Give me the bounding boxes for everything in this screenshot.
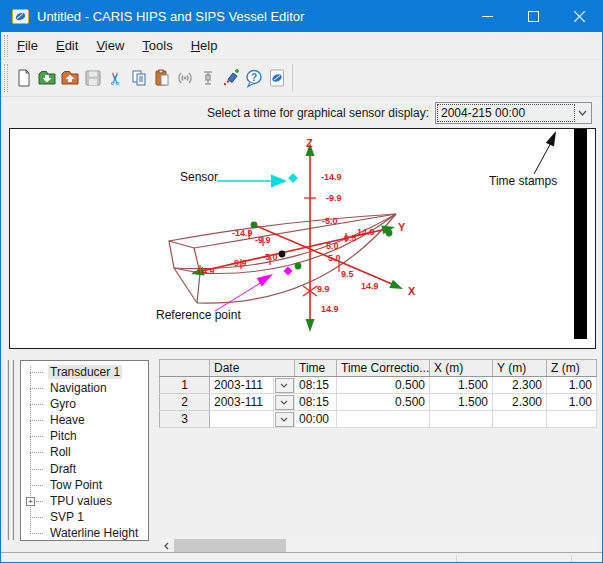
open-vessel-button[interactable]: [35, 64, 58, 92]
tree-item-label: Heave: [48, 413, 87, 427]
tree-item-label: Draft: [48, 462, 78, 476]
tree-item-label: Transducer 1: [48, 365, 122, 379]
sensor-tool-button[interactable]: [196, 64, 219, 92]
y-cell[interactable]: 2.300: [493, 377, 547, 394]
tree-item-navigation[interactable]: Navigation: [21, 380, 148, 396]
grid-header-row: Date Time Time Correctio... X (m) Y (m) …: [160, 360, 597, 377]
tree-item-tpu-values[interactable]: +TPU values: [21, 493, 148, 509]
paste-icon: [152, 68, 172, 88]
scroll-left-button[interactable]: [159, 539, 173, 552]
menu-item-edit[interactable]: Edit: [47, 32, 87, 59]
measure-icon: [221, 68, 241, 88]
signal-button[interactable]: [173, 64, 196, 92]
measure-button[interactable]: [219, 64, 242, 92]
menu-item-help[interactable]: Help: [182, 32, 227, 59]
new-document-button[interactable]: [12, 64, 35, 92]
row-number[interactable]: 1: [160, 377, 210, 394]
close-button[interactable]: [556, 1, 602, 32]
x-cell[interactable]: [430, 411, 493, 428]
tree-item-heave[interactable]: Heave: [21, 412, 148, 428]
time-cell[interactable]: 08:15: [295, 394, 337, 411]
time-correction-cell[interactable]: 0.500: [337, 377, 430, 394]
maximize-icon: [528, 11, 539, 22]
chevron-down-icon: [275, 378, 294, 393]
axis-tick-label: 14.9: [321, 304, 339, 314]
tree-item-tow-point[interactable]: Tow Point: [21, 477, 148, 493]
axes: [193, 149, 399, 327]
date-dropdown-cell[interactable]: [274, 411, 295, 428]
tree-item-waterline-height[interactable]: Waterline Height: [21, 525, 148, 541]
sensor-annotation: Sensor: [180, 170, 218, 184]
toolbar-grip[interactable]: [4, 64, 8, 92]
z-cell[interactable]: 1.00: [547, 377, 597, 394]
menu-item-view[interactable]: View: [87, 32, 133, 59]
axis-tick-label: 9.5: [344, 233, 357, 243]
z-cell[interactable]: [547, 411, 597, 428]
copy-button[interactable]: [127, 64, 150, 92]
help-icon: ?: [244, 68, 264, 88]
col-header-rownum[interactable]: [160, 360, 210, 377]
time-correction-cell[interactable]: [337, 411, 430, 428]
axis-label-x: X: [408, 285, 416, 297]
paste-button[interactable]: [150, 64, 173, 92]
tree-item-gyro[interactable]: Gyro: [21, 396, 148, 412]
copy-icon: [129, 68, 149, 88]
help-button[interactable]: ?: [242, 64, 265, 92]
reference-arrow: [215, 282, 262, 311]
menu-item-tools[interactable]: Tools: [133, 32, 181, 59]
chevron-down-icon[interactable]: [574, 110, 591, 116]
tree-item-roll[interactable]: Roll: [21, 444, 148, 460]
date-cell[interactable]: 2003-111: [210, 377, 274, 394]
z-cell[interactable]: 1.00: [547, 394, 597, 411]
tree-item-svp-1[interactable]: SVP 1: [21, 509, 148, 525]
date-dropdown-cell[interactable]: [274, 377, 295, 394]
menu-item-file[interactable]: File: [8, 32, 47, 59]
x-cell[interactable]: 1.500: [430, 394, 493, 411]
row-number[interactable]: 3: [160, 411, 210, 428]
tree-item-pitch[interactable]: Pitch: [21, 428, 148, 444]
save-button[interactable]: [81, 64, 104, 92]
y-cell[interactable]: [493, 411, 547, 428]
splitter-grip[interactable]: [6, 360, 15, 540]
tree-item-draft[interactable]: Draft: [21, 461, 148, 477]
save-vessel-as-button[interactable]: [58, 64, 81, 92]
minimize-button[interactable]: [464, 1, 510, 32]
reference-point-annotation: Reference point: [156, 308, 241, 322]
col-header-time-correction[interactable]: Time Correctio...: [337, 360, 430, 377]
time-select-combobox[interactable]: 2004-215 00:00: [435, 102, 592, 124]
axis-tick-label: 5.0: [328, 253, 341, 263]
row-number[interactable]: 2: [160, 394, 210, 411]
col-header-z[interactable]: Z (m): [547, 360, 597, 377]
date-dropdown-cell[interactable]: [274, 394, 295, 411]
col-header-y[interactable]: Y (m): [493, 360, 547, 377]
tree-item-transducer-1[interactable]: Transducer 1: [21, 364, 148, 380]
table-row: 3 00:00: [160, 411, 597, 428]
axis-arrowheads: [190, 143, 405, 332]
x-cell[interactable]: 1.500: [430, 377, 493, 394]
tree-item-label: Pitch: [48, 429, 79, 443]
expand-plus-icon[interactable]: +: [26, 497, 35, 506]
maximize-button[interactable]: [510, 1, 556, 32]
col-header-time[interactable]: Time: [295, 360, 337, 377]
time-correction-cell[interactable]: 0.500: [337, 394, 430, 411]
date-cell[interactable]: 2003-111: [210, 394, 274, 411]
reference-point-marker: [283, 266, 292, 275]
tree-item-label: Tow Point: [48, 478, 104, 492]
cut-icon: ✂: [107, 71, 124, 85]
status-bar: [1, 552, 602, 562]
cut-button[interactable]: ✂: [104, 64, 127, 92]
col-header-date[interactable]: Date: [210, 360, 295, 377]
horizontal-scrollbar[interactable]: [159, 539, 596, 552]
scrollbar-thumb[interactable]: [174, 539, 286, 552]
date-cell[interactable]: [210, 411, 274, 428]
caris-logo-button[interactable]: [265, 64, 288, 92]
vessel-3d-diagram: -14.9-9.9-5.09.914.9-14.9-9.9-14.9-9.9-5…: [10, 129, 595, 348]
time-cell[interactable]: 08:15: [295, 377, 337, 394]
time-cell[interactable]: 00:00: [295, 411, 337, 428]
green-marker: [295, 263, 302, 270]
col-header-x[interactable]: X (m): [430, 360, 493, 377]
chevron-down-icon: [275, 395, 294, 410]
y-cell[interactable]: 2.300: [493, 394, 547, 411]
caris-logo-icon: [267, 68, 287, 88]
vessel-diagram-viewport[interactable]: -14.9-9.9-5.09.914.9-14.9-9.9-14.9-9.9-5…: [9, 128, 596, 349]
